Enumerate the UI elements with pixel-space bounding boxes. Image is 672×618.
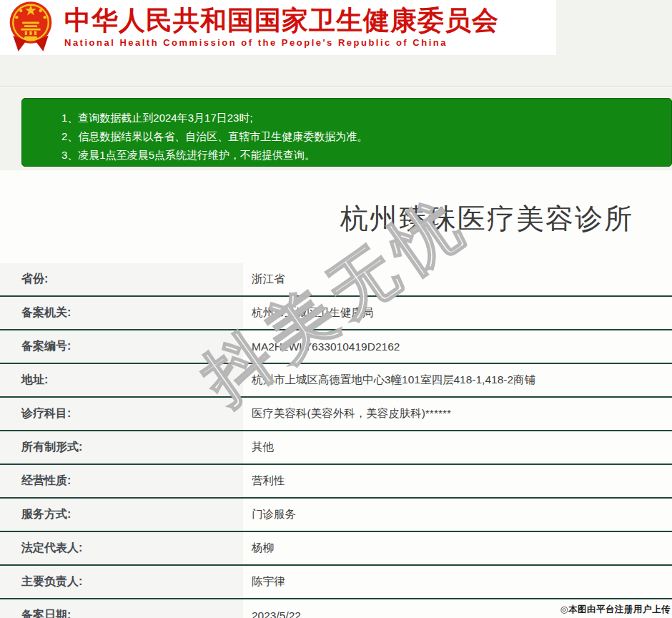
notice-line: 1、查询数据截止到2024年3月17日23时; bbox=[61, 109, 664, 127]
table-row: 主要负责人:陈宇律 bbox=[0, 566, 672, 599]
field-label: 地址: bbox=[0, 364, 243, 396]
field-label: 备案日期: bbox=[0, 599, 243, 618]
field-value: 营利性 bbox=[243, 465, 672, 497]
query-notice-box: 1、查询数据截止到2024年3月17日23时; 2、信息数据结果以各省、自治区、… bbox=[21, 98, 672, 167]
field-label: 备案机关: bbox=[0, 297, 243, 329]
table-row: 诊疗科目:医疗美容科(美容外科，美容皮肤科)****** bbox=[0, 398, 672, 431]
table-row: 备案机关:杭州市上城区卫生健康局 bbox=[0, 297, 672, 330]
notice-line: 3、凌晨1点至凌晨5点系统进行维护，不能提供查询。 bbox=[61, 146, 664, 165]
field-label: 备案编号: bbox=[0, 330, 243, 363]
table-row: 经营性质:营利性 bbox=[0, 465, 672, 499]
upload-note-watermark: ◎本图由平台注册用户上传 bbox=[560, 604, 671, 616]
notice-line: 2、信息数据结果以各省、自治区、直辖市卫生健康委数据为准。 bbox=[61, 127, 664, 146]
field-value: MA2H2WLY633010419D2162 bbox=[243, 330, 672, 363]
masthead-titles: 中华人民共和国国家卫生健康委员会 National Health Commiss… bbox=[64, 7, 499, 49]
site-title-chinese: 中华人民共和国国家卫生健康委员会 bbox=[64, 7, 499, 35]
field-value: 浙江省 bbox=[243, 263, 672, 295]
table-row: 服务方式:门诊服务 bbox=[0, 499, 672, 532]
field-label: 诊疗科目: bbox=[0, 398, 243, 430]
field-value: 门诊服务 bbox=[243, 499, 672, 531]
record-table: 省份:浙江省备案机关:杭州市上城区卫生健康局备案编号:MA2H2WLY63301… bbox=[0, 263, 672, 618]
national-emblem-icon bbox=[7, 0, 54, 56]
site-masthead: 中华人民共和国国家卫生健康委员会 National Health Commiss… bbox=[0, 0, 556, 55]
field-value: 杭州市上城区高德置地中心3幢101室四层418-1,418-2商铺 bbox=[243, 364, 672, 396]
field-label: 经营性质: bbox=[0, 465, 243, 497]
field-label: 所有制形式: bbox=[0, 431, 243, 464]
page: 中华人民共和国国家卫生健康委员会 National Health Commiss… bbox=[0, 0, 672, 618]
site-title-english: National Health Commission of the People… bbox=[64, 37, 499, 48]
field-value: 杨柳 bbox=[243, 532, 672, 564]
clinic-name-title: 杭州臻珠医疗美容诊所 bbox=[340, 200, 633, 238]
field-label: 法定代表人: bbox=[0, 532, 243, 564]
header-divider bbox=[0, 87, 672, 88]
field-label: 主要负责人: bbox=[0, 566, 243, 598]
field-value: 医疗美容科(美容外科，美容皮肤科)****** bbox=[243, 398, 672, 430]
field-value: 其他 bbox=[243, 431, 672, 464]
table-row: 省份:浙江省 bbox=[0, 263, 672, 297]
table-row: 备案编号:MA2H2WLY633010419D2162 bbox=[0, 330, 672, 364]
table-row: 所有制形式:其他 bbox=[0, 431, 672, 465]
table-row: 法定代表人:杨柳 bbox=[0, 532, 672, 566]
field-value: 杭州市上城区卫生健康局 bbox=[243, 297, 672, 329]
field-value: 陈宇律 bbox=[243, 566, 672, 598]
table-row: 地址:杭州市上城区高德置地中心3幢101室四层418-1,418-2商铺 bbox=[0, 364, 672, 398]
field-label: 服务方式: bbox=[0, 499, 243, 531]
field-label: 省份: bbox=[0, 263, 243, 295]
